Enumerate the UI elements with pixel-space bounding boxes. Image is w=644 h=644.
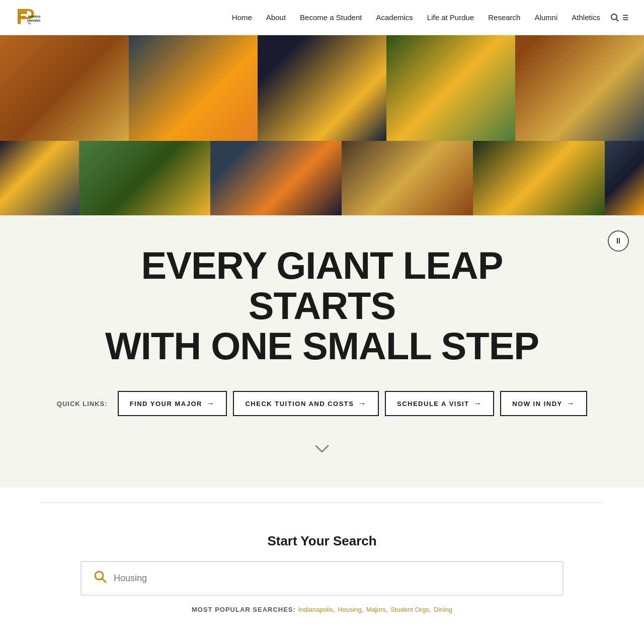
- nav-item-academics[interactable]: Academics: [376, 13, 413, 22]
- search-input[interactable]: [114, 573, 550, 584]
- search-box: [80, 561, 564, 596]
- nav-item-research[interactable]: Research: [488, 13, 520, 22]
- search-link-dining[interactable]: Dining: [434, 606, 452, 613]
- nav-link-alumni[interactable]: Alumni: [534, 13, 557, 22]
- svg-rect-2: [18, 11, 27, 14]
- nav-item-about[interactable]: About: [266, 13, 286, 22]
- photo-cell-1: [0, 35, 129, 141]
- photo-cell-11: [605, 141, 644, 215]
- search-link-student-orgs[interactable]: Student Orgs: [390, 606, 429, 613]
- photo-cell-2: [129, 35, 258, 141]
- search-icon: [610, 13, 619, 22]
- photo-row-1: [0, 35, 644, 141]
- svg-line-8: [616, 19, 619, 21]
- now-in-indy-btn[interactable]: NOW IN INDY →: [500, 391, 587, 416]
- pause-icon: ⏸: [614, 236, 622, 246]
- photo-cell-9: [342, 141, 473, 215]
- popular-searches-label: MOST POPULAR SEARCHES:: [192, 606, 296, 613]
- nav-link-become-student[interactable]: Become a Student: [300, 13, 362, 22]
- popular-searches: MOST POPULAR SEARCHES: Indianapolis, Hou…: [40, 606, 604, 613]
- hero-section: ⏸ EVERY GIANT LEAP STARTS WITH ONE SMALL…: [0, 215, 644, 488]
- menu-search-button[interactable]: ☰: [610, 13, 629, 22]
- nav-item-become[interactable]: Become a Student: [300, 13, 362, 22]
- search-title: Start Your Search: [40, 533, 604, 549]
- search-link-indianapolis[interactable]: Indianapolis: [298, 606, 333, 613]
- arrow-icon-2: →: [358, 399, 367, 408]
- nav-link-about[interactable]: About: [266, 13, 286, 22]
- photo-cell-8: [210, 141, 342, 215]
- find-your-major-btn[interactable]: FIND YOUR MAJOR →: [118, 391, 227, 416]
- photo-cell-7: [79, 141, 210, 215]
- svg-line-10: [102, 579, 106, 582]
- pause-button[interactable]: ⏸: [608, 230, 629, 252]
- search-link-housing[interactable]: Housing: [338, 606, 362, 613]
- photo-cell-4: [386, 35, 515, 141]
- nav-link-academics[interactable]: Academics: [376, 13, 413, 22]
- nav-link-athletics[interactable]: Athletics: [572, 13, 600, 22]
- arrow-icon-3: →: [473, 399, 482, 408]
- svg-point-7: [611, 14, 617, 20]
- check-tuition-btn[interactable]: CHECK TUITION AND COSTS →: [233, 391, 379, 416]
- schedule-visit-btn[interactable]: SCHEDULE A VISIT →: [385, 391, 494, 416]
- logo[interactable]: PURDUE UNIVERSITY ®: [15, 5, 44, 30]
- chevron-down-icon: [314, 444, 330, 454]
- photo-row-2: [0, 141, 644, 215]
- photo-cell-10: [473, 141, 604, 215]
- arrow-icon-1: →: [206, 399, 215, 408]
- scroll-down-button[interactable]: [314, 441, 330, 457]
- nav-link-life[interactable]: Life at Purdue: [427, 13, 474, 22]
- photo-cell-6: [0, 141, 79, 215]
- section-divider: [40, 503, 604, 503]
- svg-text:PURDUE: PURDUE: [28, 15, 40, 18]
- search-icon-large: [94, 570, 107, 583]
- find-major-label: FIND YOUR MAJOR: [130, 400, 202, 408]
- hero-title-line1: EVERY GIANT LEAP STARTS: [141, 244, 503, 327]
- search-icon-wrap: [94, 570, 107, 587]
- menu-icon: ☰: [622, 14, 629, 22]
- nav-link-research[interactable]: Research: [488, 13, 520, 22]
- nav-link-list: Home About Become a Student Academics Li…: [232, 13, 600, 22]
- svg-text:®: ®: [28, 22, 31, 25]
- search-link-majors[interactable]: Majors: [366, 606, 386, 613]
- nav-item-athletics[interactable]: Athletics: [572, 13, 600, 22]
- nav-link-home[interactable]: Home: [232, 13, 252, 22]
- now-in-indy-label: NOW IN INDY: [512, 400, 562, 408]
- hero-title-line2: WITH ONE SMALL STEP: [105, 325, 539, 367]
- nav-item-home[interactable]: Home: [232, 13, 252, 22]
- photo-cell-3: [258, 35, 386, 141]
- scroll-down-wrap: [40, 441, 604, 457]
- arrow-icon-4: →: [567, 399, 576, 408]
- photo-cell-5: [515, 35, 644, 141]
- search-section: Start Your Search MOST POPULAR SEARCHES:…: [0, 518, 644, 643]
- hero-title: EVERY GIANT LEAP STARTS WITH ONE SMALL S…: [75, 246, 569, 366]
- main-nav: PURDUE UNIVERSITY ® Home About Become a …: [0, 0, 644, 35]
- nav-item-alumni[interactable]: Alumni: [534, 13, 557, 22]
- quick-links-label: QUICK LINKS:: [57, 400, 108, 408]
- quick-links-bar: QUICK LINKS: FIND YOUR MAJOR → CHECK TUI…: [40, 391, 604, 416]
- nav-item-life[interactable]: Life at Purdue: [427, 13, 474, 22]
- check-tuition-label: CHECK TUITION AND COSTS: [245, 400, 354, 408]
- schedule-visit-label: SCHEDULE A VISIT: [397, 400, 469, 408]
